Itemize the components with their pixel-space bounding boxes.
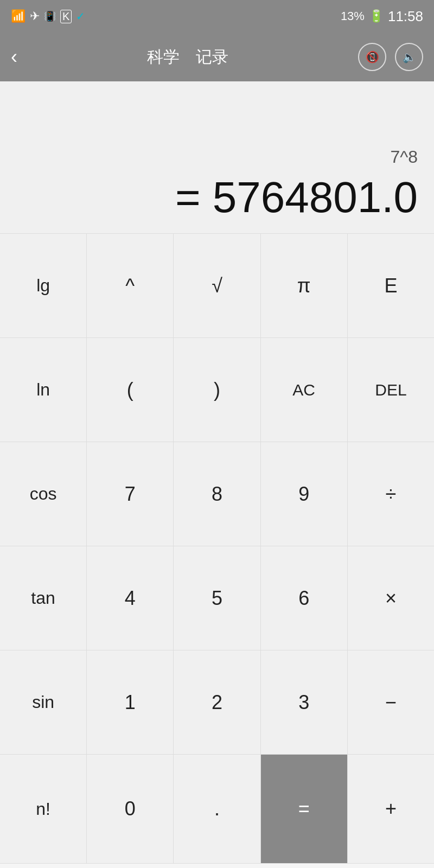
key-label-: .	[214, 797, 220, 820]
key-label-6: 6	[298, 587, 309, 610]
key--button[interactable]: ^	[87, 234, 174, 337]
key-row-4: sin123−	[0, 650, 434, 755]
key-label-ac: AC	[292, 381, 315, 399]
key-row-3: tan456×	[0, 546, 434, 650]
key-3-button[interactable]: 3	[261, 650, 348, 754]
key--button[interactable]: )	[174, 338, 260, 442]
key--button[interactable]: ×	[348, 546, 434, 650]
key--button[interactable]: −	[348, 650, 434, 754]
key-label-lg: lg	[36, 276, 50, 296]
key-label-: −	[385, 691, 397, 714]
key-label-0: 0	[125, 797, 136, 820]
key-label-cos: cos	[30, 484, 57, 504]
key-2-button[interactable]: 2	[174, 650, 260, 754]
bottom-nav: ◁ ○ □	[0, 863, 434, 868]
key-label-del: DEL	[375, 381, 406, 399]
key-row-1: ln()ACDEL	[0, 338, 434, 442]
key-1-button[interactable]: 1	[87, 650, 174, 754]
key-label-sin: sin	[32, 692, 54, 712]
key-lg-button[interactable]: lg	[0, 234, 87, 337]
status-right: 13% 🔋 11:58	[341, 8, 423, 25]
check-icon: ✓	[76, 10, 85, 23]
airplane-icon: ✈	[30, 9, 40, 23]
key-label-tan: tan	[31, 588, 55, 608]
key-row-0: lg^√πE	[0, 234, 434, 338]
key-label-: ÷	[386, 483, 397, 506]
key-label-: =	[298, 797, 310, 820]
status-left: 📶 ✈ 📳 K ✓	[11, 9, 85, 23]
key-0-button[interactable]: 0	[87, 755, 174, 863]
vibrate-nav-icon: 📵	[366, 50, 379, 63]
key-row-5: n!0.=+	[0, 755, 434, 863]
nav-bar: ‹ 科学 记录 📵 🔈	[0, 33, 434, 81]
key-label-1: 1	[125, 691, 136, 714]
vibrate-icon: 📳	[44, 10, 56, 22]
key-4-button[interactable]: 4	[87, 546, 174, 650]
key-del-button[interactable]: DEL	[348, 338, 434, 442]
nav-title-group: 科学 记录	[28, 46, 347, 68]
key-ac-button[interactable]: AC	[261, 338, 348, 442]
key-label-: +	[385, 797, 397, 820]
back-button[interactable]: ‹	[11, 46, 17, 68]
key-e-button[interactable]: E	[348, 234, 434, 337]
key-label-2: 2	[212, 691, 222, 714]
key-tan-button[interactable]: tan	[0, 546, 87, 650]
key-row-2: cos789÷	[0, 442, 434, 546]
expression-display: 7^8	[390, 147, 418, 167]
key-label-5: 5	[212, 587, 222, 610]
key-label-4: 4	[125, 587, 136, 610]
key-6-button[interactable]: 6	[261, 546, 348, 650]
key--button[interactable]: π	[261, 234, 348, 337]
status-bar: 📶 ✈ 📳 K ✓ 13% 🔋 11:58	[0, 0, 434, 33]
vibrate-button[interactable]: 📵	[358, 43, 386, 71]
key-cos-button[interactable]: cos	[0, 442, 87, 546]
key-ln-button[interactable]: ln	[0, 338, 87, 442]
keyboard: lg^√πEln()ACDELcos789÷tan456×sin123−n!0.…	[0, 233, 434, 863]
key--button[interactable]: √	[174, 234, 260, 337]
wifi-icon: 📶	[11, 9, 25, 23]
key--button[interactable]: =	[261, 755, 348, 863]
battery-icon: 🔋	[369, 9, 384, 23]
sound-button[interactable]: 🔈	[395, 43, 423, 71]
key--button[interactable]: .	[174, 755, 260, 863]
key-label-: )	[214, 379, 220, 401]
key-label-9: 9	[298, 483, 309, 506]
key-label-8: 8	[212, 483, 222, 506]
key-label-: π	[297, 275, 311, 297]
k-icon: K	[60, 10, 72, 23]
key-sin-button[interactable]: sin	[0, 650, 87, 754]
nav-record[interactable]: 记录	[196, 46, 228, 68]
time-text: 11:58	[388, 8, 423, 25]
result-display: = 5764801.0	[175, 173, 418, 222]
key-9-button[interactable]: 9	[261, 442, 348, 546]
nav-icons: 📵 🔈	[358, 43, 423, 71]
key-5-button[interactable]: 5	[174, 546, 260, 650]
key-label-: √	[212, 275, 222, 297]
key-label-3: 3	[298, 691, 309, 714]
key-label-: (	[127, 379, 133, 401]
key-label-7: 7	[125, 483, 136, 506]
key-label-: ×	[385, 587, 397, 610]
key-label-ln: ln	[36, 380, 50, 400]
nav-title-keuxe: 科学	[147, 46, 180, 68]
battery-text: 13%	[341, 9, 365, 23]
key-n-button[interactable]: n!	[0, 755, 87, 863]
key--button[interactable]: ÷	[348, 442, 434, 546]
display-area: 7^8 = 5764801.0	[0, 81, 434, 233]
key-7-button[interactable]: 7	[87, 442, 174, 546]
key-label-e: E	[384, 275, 397, 297]
sound-nav-icon: 🔈	[403, 50, 416, 63]
key-label-: ^	[125, 275, 135, 297]
key--button[interactable]: (	[87, 338, 174, 442]
key--button[interactable]: +	[348, 755, 434, 863]
key-8-button[interactable]: 8	[174, 442, 260, 546]
key-label-n: n!	[36, 799, 50, 819]
